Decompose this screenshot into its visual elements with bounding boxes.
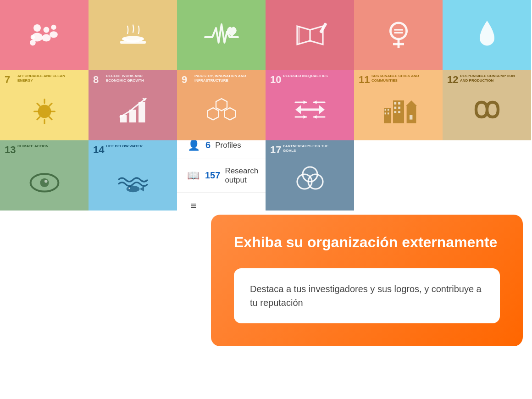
svg-rect-55: [398, 111, 400, 113]
sdg-number-12: 12: [447, 74, 458, 86]
sdg-cell-7[interactable]: 7 AFFORDABLE AND CLEAN ENERGY: [0, 70, 89, 140]
svg-rect-50: [394, 102, 396, 105]
sdg-cell-11[interactable]: 11 SUSTAINABLE CITIES AND COMMUNITIES: [354, 70, 443, 140]
svg-point-6: [30, 35, 35, 39]
sdg-number-13: 13: [5, 144, 16, 156]
svg-marker-63: [139, 186, 144, 191]
sdg-number-11: 11: [359, 74, 370, 86]
sdg-number-8: 8: [93, 74, 99, 86]
sdg-icon-2: [115, 17, 151, 54]
sdg-cell-14[interactable]: 14 LIFE BELOW WATER: [89, 140, 177, 211]
svg-point-62: [126, 185, 139, 192]
sdg-cell-6[interactable]: [443, 0, 531, 70]
promo-headline: Exhiba su organización externamente: [234, 233, 500, 252]
svg-marker-39: [314, 100, 316, 104]
sdg-title-11: SUSTAINABLE CITIES AND COMMUNITIES: [371, 74, 427, 83]
sdg-icon-12: [469, 91, 505, 128]
svg-marker-56: [406, 100, 417, 106]
sdg-icon-8: [115, 91, 151, 128]
svg-point-7: [30, 39, 36, 45]
svg-line-26: [37, 117, 40, 120]
sdg-cell-12[interactable]: 12 RESPONSIBLE CONSUMPTION AND PRODUCTIO…: [443, 70, 531, 140]
list-icon: ≡: [187, 200, 200, 211]
sdg-title-8: DECENT WORK AND ECONOMIC GROWTH: [106, 74, 161, 83]
sdg-title-14: LIFE BELOW WATER: [106, 144, 143, 149]
svg-rect-54: [394, 111, 396, 113]
svg-rect-58: [410, 115, 412, 120]
person-icon: 👤: [187, 140, 200, 151]
sdg-title-9: INDUSTRY, INNOVATION AND INFRASTRUCTURE: [194, 74, 249, 83]
svg-marker-33: [224, 108, 235, 120]
svg-point-2: [43, 27, 49, 33]
sdg-icon-11: [380, 91, 417, 128]
sdg-title-10: REDUCED INEQUALITIES: [283, 74, 328, 78]
sdg-grid: 7 AFFORDABLE AND CLEAN ENERGY 8 DECENT W…: [0, 0, 532, 211]
sdg-cell-2[interactable]: [89, 0, 177, 70]
sdg-icon-1: [26, 17, 63, 54]
sdg-cell-4[interactable]: [266, 0, 354, 70]
svg-point-4: [51, 24, 56, 29]
sdg-number-9: 9: [182, 74, 187, 86]
sdg-icon-4: [292, 17, 328, 54]
sdg-stats-panel: 👤 6 Profiles 📖 157 Research output ≡: [177, 140, 266, 211]
svg-rect-51: [398, 102, 400, 105]
svg-point-60: [40, 178, 49, 187]
svg-line-24: [49, 117, 52, 120]
sdg-title-17: PARTNERSHIPS FOR THE GOALS: [283, 144, 338, 153]
profiles-label: Profiles: [215, 141, 241, 150]
svg-rect-45: [384, 109, 386, 111]
svg-point-0: [33, 24, 41, 32]
sdg-number-10: 10: [270, 74, 281, 86]
svg-rect-29: [139, 102, 145, 122]
svg-point-18: [38, 105, 51, 118]
sdg-title-12: RESPONSIBLE CONSUMPTION AND PRODUCTION: [460, 74, 515, 83]
svg-rect-48: [388, 112, 389, 114]
svg-rect-47: [384, 112, 386, 114]
sdg-number-17: 17: [270, 144, 281, 156]
sdg-cell-5[interactable]: [354, 0, 443, 70]
extra-stat: ≡: [177, 193, 266, 211]
profiles-count: 6: [205, 140, 211, 150]
description-text: Destaca a tus investigadores y sus logro…: [250, 282, 484, 310]
sdg-cell-10[interactable]: 10 REDUCED INEQUALITIES: [266, 70, 354, 140]
sdg-cell-8[interactable]: 8 DECENT WORK AND ECONOMIC GROWTH: [89, 70, 177, 140]
sdg-icon-3: [203, 17, 240, 54]
svg-point-64: [128, 187, 130, 188]
svg-marker-43: [314, 115, 316, 119]
promo-card: Exhiba su organización externamente Dest…: [211, 215, 523, 346]
inner-description-card: Destaca a tus investigadores y sus logro…: [234, 268, 500, 323]
sdg-cell-1[interactable]: [0, 0, 89, 70]
svg-marker-41: [303, 115, 306, 119]
sdg-cell-9[interactable]: 9 INDUSTRY, INNOVATION AND INFRASTRUCTUR…: [177, 70, 266, 140]
sdg-icon-13: [26, 161, 63, 198]
svg-rect-46: [388, 109, 389, 111]
sdg-icon-14: [115, 161, 151, 198]
sdg-cell-13[interactable]: 13 CLIMATE ACTION: [0, 140, 89, 211]
sdg-title-13: CLIMATE ACTION: [17, 144, 49, 149]
sdg-icon-9: [203, 91, 240, 128]
sdg-icon-10: [292, 91, 328, 128]
svg-point-61: [44, 180, 47, 183]
svg-marker-31: [216, 99, 227, 111]
sdg-cell-17[interactable]: 17 PARTNERSHIPS FOR THE GOALS: [266, 140, 354, 211]
profiles-stat: 👤 6 Profiles: [177, 140, 266, 159]
svg-line-23: [37, 103, 40, 106]
svg-line-25: [49, 103, 52, 106]
svg-marker-32: [207, 108, 218, 120]
svg-point-3: [42, 34, 50, 41]
sdg-icon-6: [469, 17, 505, 54]
svg-rect-53: [398, 106, 400, 109]
svg-rect-9: [120, 41, 146, 44]
sdg-icon-17: [292, 161, 328, 198]
svg-rect-57: [406, 106, 416, 123]
sdg-number-14: 14: [93, 144, 104, 156]
research-count: 157: [205, 170, 220, 181]
svg-marker-35: [310, 95, 315, 108]
sdg-icon-7: [26, 91, 63, 128]
svg-marker-37: [303, 100, 306, 104]
sdg-cell-3[interactable]: [177, 0, 266, 70]
research-label: Research output: [225, 166, 258, 185]
book-icon: 📖: [187, 170, 200, 182]
svg-point-5: [50, 31, 58, 38]
sdg-icon-5: [380, 17, 417, 54]
